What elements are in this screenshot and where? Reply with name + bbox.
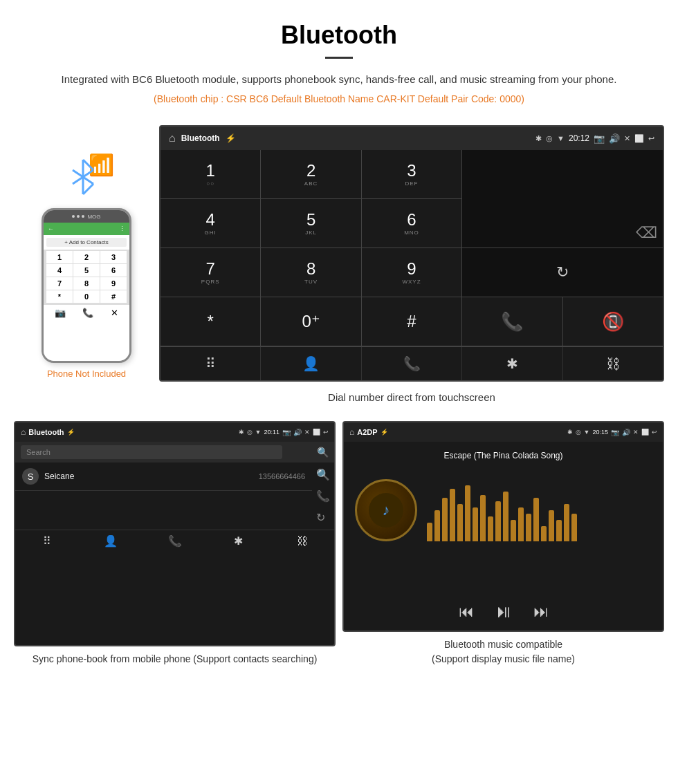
music-cam-icon[interactable]: 📷 <box>611 429 619 436</box>
pb-back-icon[interactable]: ↩ <box>323 429 329 436</box>
svg-line-1 <box>83 160 93 170</box>
dial-right-refresh[interactable]: ↻ <box>462 248 663 297</box>
window-icon[interactable]: ⬜ <box>634 134 644 143</box>
music-loc-icon: ◎ <box>576 429 581 436</box>
dial-display-area: ⌫ <box>462 150 663 248</box>
phone-not-included-label: Phone Not Included <box>47 368 126 379</box>
car-nav-link[interactable]: ⛓ <box>563 347 663 380</box>
dial-key-call-red[interactable]: 📵 <box>563 297 663 346</box>
phone-key-4[interactable]: 4 <box>46 264 73 277</box>
phone-key-9[interactable]: 9 <box>100 277 127 290</box>
music-back-icon[interactable]: ↩ <box>652 429 657 436</box>
pb-dialpad-icon: ⠿ <box>43 534 51 548</box>
dial-key-6[interactable]: 6 MNO <box>362 199 461 248</box>
music-vol-icon[interactable]: 🔊 <box>622 429 630 436</box>
pb-nav-calls[interactable]: 📞 <box>143 534 206 548</box>
phone-key-5[interactable]: 5 <box>73 264 100 277</box>
dial-key-1-main: 1 <box>206 162 215 179</box>
phone-key-7[interactable]: 7 <box>46 277 73 290</box>
dial-key-star[interactable]: * <box>161 297 260 346</box>
music-note-icon: ♪ <box>383 501 390 519</box>
phone-key-6[interactable]: 6 <box>100 264 127 277</box>
pb-content-area: S Seicane 13566664466 🔍 📞 ↻ <box>15 463 334 530</box>
eq-bar-11 <box>503 492 508 541</box>
pb-win-icon[interactable]: ⬜ <box>313 429 320 436</box>
dial-key-0-main: 0⁺ <box>302 313 320 330</box>
pb-search-right-icon[interactable]: 🔍 <box>316 468 330 481</box>
music-album-art: ♪ <box>355 479 417 541</box>
camera-icon[interactable]: 📷 <box>594 133 605 144</box>
call-red-icon: 📵 <box>602 311 624 333</box>
dial-key-call-green[interactable]: 📞 <box>462 297 562 346</box>
dial-key-9[interactable]: 9 WXYZ <box>362 248 461 297</box>
phone-key-8[interactable]: 8 <box>73 277 100 290</box>
pb-search-bar: Search 🔍 <box>15 442 334 463</box>
pb-status-right: ✱ ◎ ▼ 20:11 📷 🔊 ✕ ⬜ ↩ <box>239 429 329 436</box>
music-win-icon[interactable]: ⬜ <box>641 429 649 436</box>
pb-home-icon[interactable]: ⌂ <box>21 427 26 437</box>
dial-key-3-sub: DEF <box>405 180 418 187</box>
dialer-grid: 1 ○○ 2 ABC 3 DEF ⌫ 4 GHI <box>161 150 663 346</box>
phone-add-contact-btn[interactable]: + Add to Contacts <box>46 238 127 247</box>
phone-key-0[interactable]: 0 <box>73 290 100 303</box>
car-nav-calls[interactable]: 📞 <box>362 347 462 380</box>
prev-track-button[interactable]: ⏮ <box>459 603 474 621</box>
pb-close-icon[interactable]: ✕ <box>304 429 310 436</box>
phone-delete-icon[interactable]: ✕ <box>111 308 118 318</box>
close-icon[interactable]: ✕ <box>624 134 630 143</box>
dial-key-9-main: 9 <box>407 261 416 277</box>
phonebook-caption: Sync phone-book from mobile phone (Suppo… <box>14 652 336 666</box>
music-close-icon[interactable]: ✕ <box>633 429 639 436</box>
phone-call-icon[interactable]: 📞 <box>82 308 93 318</box>
dial-key-8[interactable]: 8 TUV <box>261 248 360 297</box>
pb-nav-bt[interactable]: ✱ <box>207 534 271 548</box>
phone-dot <box>72 215 75 218</box>
time-display: 20:12 <box>569 133 589 143</box>
calls-icon: 📞 <box>403 355 421 372</box>
car-nav-bluetooth[interactable]: ✱ <box>462 347 562 380</box>
svg-line-4 <box>83 184 93 194</box>
dial-key-0[interactable]: 0⁺ <box>261 297 360 346</box>
pb-vol-icon[interactable]: 🔊 <box>293 429 302 436</box>
dial-key-1[interactable]: 1 ○○ <box>161 150 260 198</box>
contacts-icon: 👤 <box>302 355 320 372</box>
pb-search-input[interactable]: Search <box>21 445 282 459</box>
pb-contacts-icon: 👤 <box>104 534 118 548</box>
dial-key-3[interactable]: 3 DEF <box>362 150 461 198</box>
phone-key-star[interactable]: * <box>46 290 73 303</box>
car-nav-dialpad[interactable]: ⠿ <box>161 347 261 380</box>
play-pause-button[interactable]: ⏯ <box>495 601 513 622</box>
dial-key-2[interactable]: 2 ABC <box>261 150 360 198</box>
dial-key-5-main: 5 <box>306 212 315 228</box>
phone-key-2[interactable]: 2 <box>73 251 100 263</box>
dial-key-7[interactable]: 7 PQRS <box>161 248 260 297</box>
back-icon[interactable]: ↩ <box>648 134 654 143</box>
phone-key-1[interactable]: 1 <box>46 251 73 263</box>
home-icon[interactable]: ⌂ <box>169 132 176 144</box>
phone-section: 📶 MOG ← <box>14 125 159 379</box>
dial-key-5[interactable]: 5 JKL <box>261 199 360 248</box>
eq-bar-20 <box>571 514 577 542</box>
dial-key-3-main: 3 <box>407 162 416 179</box>
dial-key-9-sub: WXYZ <box>402 279 421 285</box>
car-nav-contacts[interactable]: 👤 <box>261 347 361 380</box>
dial-key-hash[interactable]: # <box>362 297 461 346</box>
eq-bar-5 <box>457 504 463 541</box>
pb-nav-dialpad[interactable]: ⠿ <box>15 534 79 548</box>
pb-refresh-right-icon[interactable]: ↻ <box>316 511 330 524</box>
phone-key-hash[interactable]: # <box>100 290 127 303</box>
music-home-icon[interactable]: ⌂ <box>349 427 354 437</box>
pb-contact-row[interactable]: S Seicane 13566664466 <box>15 463 312 491</box>
next-track-button[interactable]: ⏭ <box>533 603 549 621</box>
phone-key-3[interactable]: 3 <box>100 251 127 263</box>
main-content-row: 📶 MOG ← <box>0 125 678 382</box>
backspace-icon[interactable]: ⌫ <box>636 224 657 242</box>
pb-nav-link[interactable]: ⛓ <box>271 534 334 548</box>
pb-cam-icon[interactable]: 📷 <box>282 429 291 436</box>
dial-key-8-main: 8 <box>306 261 315 277</box>
volume-icon[interactable]: 🔊 <box>609 133 620 144</box>
pb-nav-contacts[interactable]: 👤 <box>79 534 143 548</box>
dial-key-4[interactable]: 4 GHI <box>161 199 260 248</box>
pb-bottom-nav: ⠿ 👤 📞 ✱ ⛓ <box>15 530 334 552</box>
pb-call-right-icon[interactable]: 📞 <box>316 489 330 503</box>
